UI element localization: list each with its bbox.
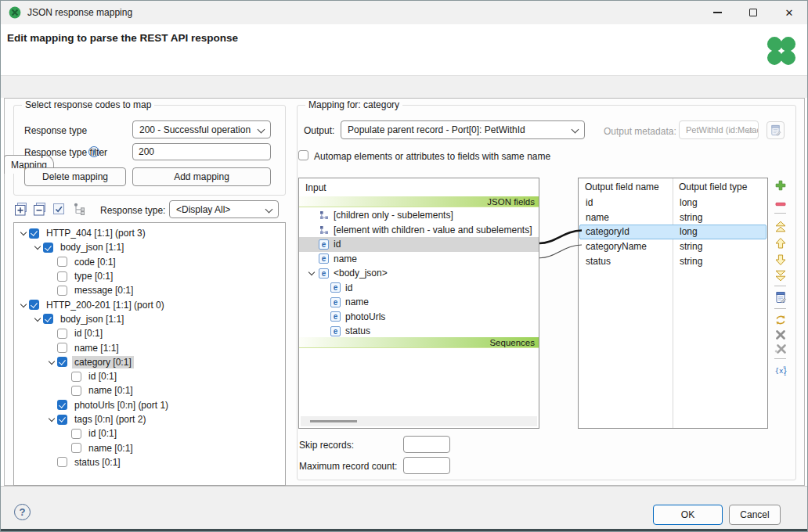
tree-checkbox[interactable]: [29, 300, 39, 310]
mapping-group-title: Mapping for: category: [305, 99, 402, 110]
output-label: Output:: [304, 125, 334, 136]
edit-record-button[interactable]: [774, 291, 787, 304]
horizontal-scrollbar[interactable]: [301, 416, 537, 426]
tree-item[interactable]: photoUrls [0:n] (port 1): [14, 398, 285, 412]
cancel-mapping-button[interactable]: [774, 329, 787, 341]
expander-spacer: [47, 271, 57, 282]
input-tree-item[interactable]: eid: [299, 281, 539, 296]
input-tree-item[interactable]: eid: [299, 237, 539, 252]
tree-checkbox[interactable]: [29, 228, 39, 239]
expander-icon[interactable]: [47, 415, 57, 425]
check-elements-button[interactable]: [51, 201, 67, 217]
remove-field-button[interactable]: [774, 198, 787, 210]
tree-item[interactable]: tags [0:n] (port 2): [14, 412, 285, 426]
tree-checkbox[interactable]: [43, 314, 53, 324]
tree-item[interactable]: status [0:1]: [14, 455, 285, 469]
automap-checkbox[interactable]: [298, 150, 308, 160]
auto-map-button[interactable]: [774, 314, 787, 326]
tree-item[interactable]: id [0:1]: [14, 369, 285, 383]
output-select[interactable]: Populate parent record - Port[0]: PetWit…: [341, 120, 585, 139]
tree-checkbox[interactable]: [57, 257, 67, 267]
scrollbar-thumb[interactable]: [310, 420, 357, 422]
cancel-button[interactable]: Cancel: [729, 505, 781, 525]
tree-item[interactable]: body_json [1:1]: [14, 312, 285, 326]
move-bottom-button[interactable]: [774, 269, 787, 282]
tree-checkbox[interactable]: [43, 243, 53, 253]
tree-item[interactable]: name [1:1]: [14, 340, 285, 354]
minimize-icon: [713, 12, 722, 13]
add-field-button[interactable]: [774, 179, 787, 192]
output-field-row[interactable]: categoryNamestring: [579, 239, 767, 254]
help-button[interactable]: ?: [14, 504, 31, 520]
tree-checkbox[interactable]: [71, 429, 81, 439]
response-codes-group-title: Select response codes to map: [22, 99, 154, 110]
response-type-select[interactable]: 200 - Successful operation: [132, 120, 271, 138]
expander-icon[interactable]: [47, 357, 57, 367]
input-tree-item[interactable]: [children only - subelements]: [299, 208, 539, 223]
move-up-button[interactable]: [774, 237, 787, 250]
output-field-name: categoryName: [586, 241, 647, 252]
tree-item[interactable]: message [0:1]: [14, 283, 285, 297]
output-field-row[interactable]: categoryIdlong: [579, 225, 767, 239]
delete-mapping-button[interactable]: Delete mapping: [24, 167, 126, 186]
response-type-filter-input[interactable]: 200: [132, 143, 271, 160]
tree-item-label: name [1:1]: [72, 342, 121, 354]
tree-item[interactable]: name [0:1]: [14, 383, 285, 397]
tree-checkbox[interactable]: [71, 443, 81, 453]
move-down-button[interactable]: [774, 253, 787, 266]
wildcard-mapping-button[interactable]: {x}n1: [774, 364, 787, 376]
tree-checkbox[interactable]: [57, 286, 67, 296]
tree-item[interactable]: type [0:1]: [14, 269, 285, 283]
tree-item[interactable]: HTTP_404 [1:1] (port 3): [14, 226, 285, 240]
info-icon[interactable]: i: [88, 146, 99, 157]
collapse-all-button[interactable]: [32, 201, 48, 217]
tree-item[interactable]: category [0:1]: [14, 355, 285, 369]
ok-button[interactable]: OK: [653, 505, 723, 525]
output-field-row[interactable]: namestring: [579, 210, 767, 225]
tree-checkbox[interactable]: [71, 372, 81, 382]
tree-item[interactable]: id [0:1]: [14, 326, 285, 340]
tree-checkbox[interactable]: [71, 386, 81, 396]
expander-icon[interactable]: [19, 228, 29, 239]
output-field-row[interactable]: idlong: [579, 196, 767, 210]
input-tree-item[interactable]: estatus: [299, 324, 539, 339]
tree-item[interactable]: name [0:1]: [14, 440, 285, 455]
tree-checkbox[interactable]: [57, 329, 67, 339]
tree-checkbox[interactable]: [57, 343, 67, 353]
maximize-button[interactable]: [735, 1, 771, 24]
expander-icon[interactable]: [33, 243, 43, 253]
input-tree-item[interactable]: ephotoUrls: [299, 310, 539, 325]
close-button[interactable]: ✕: [771, 1, 807, 24]
skip-records-input[interactable]: [403, 436, 450, 453]
tree-checkbox[interactable]: [57, 357, 67, 367]
add-mapping-button[interactable]: Add mapping: [132, 167, 271, 186]
tree-checkbox[interactable]: [57, 457, 67, 467]
cancel-all-mappings-button[interactable]: [774, 343, 787, 355]
tree-checkbox[interactable]: [57, 271, 67, 282]
move-top-button[interactable]: [774, 221, 787, 233]
element-icon: e: [330, 311, 341, 322]
output-field-row[interactable]: statusstring: [579, 253, 767, 268]
minimize-button[interactable]: [699, 1, 735, 24]
expand-all-button[interactable]: [13, 201, 29, 217]
input-tree-item[interactable]: ename: [299, 295, 539, 310]
display-filter-select[interactable]: <Display All>: [169, 200, 279, 218]
chevron-down-icon: [572, 126, 579, 134]
expander-icon[interactable]: [307, 268, 319, 279]
expander-icon[interactable]: [19, 300, 29, 310]
input-tree-item[interactable]: e<body_json>: [299, 266, 539, 281]
input-tree-item[interactable]: [element with children - value and subel…: [299, 223, 539, 238]
add-mapping-label: Add mapping: [174, 171, 229, 182]
expander-spacer: [319, 311, 330, 322]
tree-item[interactable]: code [0:1]: [14, 255, 285, 269]
tree-item[interactable]: id [0:1]: [14, 426, 285, 440]
tree-checkbox[interactable]: [57, 415, 67, 425]
expander-icon[interactable]: [33, 314, 43, 324]
input-tree-item[interactable]: ename: [299, 252, 539, 267]
tree-checkbox[interactable]: [57, 400, 67, 410]
tree-item[interactable]: body_json [1:1]: [14, 240, 285, 254]
expander-spacer: [307, 253, 319, 264]
tree-item[interactable]: HTTP_200-201 [1:1] (port 0): [14, 297, 285, 311]
max-record-count-input[interactable]: [403, 457, 450, 474]
tree-structure-button[interactable]: [71, 201, 87, 217]
